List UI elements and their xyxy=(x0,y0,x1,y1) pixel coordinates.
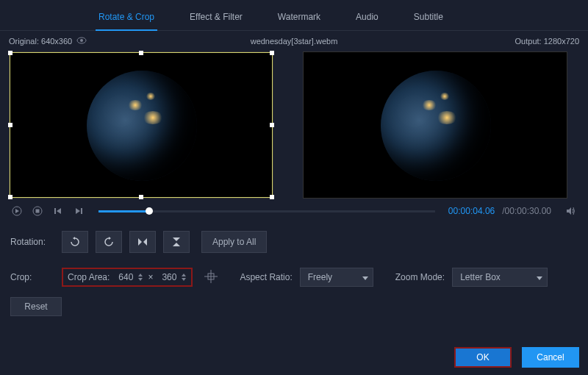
progress-bar[interactable] xyxy=(98,210,435,213)
handle-br[interactable] xyxy=(270,195,274,199)
svg-marker-11 xyxy=(73,237,75,240)
rotate-left-button[interactable] xyxy=(62,231,88,253)
tab-bar: Rotate & Crop Effect & Filter Watermark … xyxy=(0,0,588,31)
svg-marker-13 xyxy=(138,238,142,246)
tab-audio[interactable]: Audio xyxy=(353,7,381,30)
svg-marker-7 xyxy=(57,208,61,214)
svg-rect-6 xyxy=(54,208,56,214)
eye-icon[interactable] xyxy=(76,37,87,46)
crop-width-value: 640 xyxy=(114,272,137,282)
handle-bl[interactable] xyxy=(8,195,12,199)
svg-marker-18 xyxy=(138,278,143,281)
svg-marker-12 xyxy=(109,237,111,240)
rotation-section: Rotation: Apply to All xyxy=(0,224,588,260)
handle-ml[interactable] xyxy=(8,123,12,127)
chevron-down-icon xyxy=(537,272,542,282)
apply-to-all-button[interactable]: Apply to All xyxy=(201,231,267,253)
svg-marker-15 xyxy=(173,238,180,241)
crop-height-field[interactable]: 360 xyxy=(157,272,187,282)
crop-height-value: 360 xyxy=(157,272,181,282)
tab-rotate-crop[interactable]: Rotate & Crop xyxy=(96,7,157,31)
next-frame-icon[interactable] xyxy=(72,204,85,218)
svg-marker-19 xyxy=(182,274,186,276)
rotate-right-button[interactable] xyxy=(96,231,122,253)
width-down-icon[interactable] xyxy=(137,277,143,282)
cancel-button[interactable]: Cancel xyxy=(522,347,579,368)
svg-marker-8 xyxy=(76,208,80,214)
handle-tl[interactable] xyxy=(8,51,12,55)
tab-effect-filter[interactable]: Effect & Filter xyxy=(187,7,245,30)
ok-button[interactable]: OK xyxy=(454,347,512,368)
prev-frame-icon[interactable] xyxy=(51,204,65,218)
crop-label: Crop: xyxy=(10,272,54,282)
crop-section: Crop: Crop Area: 640 × 360 Aspect Ratio:… xyxy=(0,260,588,294)
time-current: 00:00:04.06 xyxy=(448,206,495,216)
handle-mr[interactable] xyxy=(270,123,274,127)
rotation-label: Rotation: xyxy=(10,237,54,247)
output-dimensions: Output: 1280x720 xyxy=(389,37,579,46)
flip-vertical-button[interactable] xyxy=(163,231,190,253)
chevron-down-icon xyxy=(362,272,368,282)
crop-area-label: Crop Area: xyxy=(68,272,110,282)
flip-horizontal-button[interactable] xyxy=(129,231,156,253)
volume-icon[interactable] xyxy=(564,204,578,218)
crop-width-field[interactable]: 640 xyxy=(114,272,143,282)
play-icon[interactable] xyxy=(10,204,24,218)
svg-marker-16 xyxy=(173,243,180,246)
progress-thumb[interactable] xyxy=(146,207,153,215)
svg-rect-5 xyxy=(36,210,40,213)
info-bar: Original: 640x360 wednesday[3star].webm … xyxy=(0,31,588,51)
tab-subtitle[interactable]: Subtitle xyxy=(411,7,446,30)
svg-point-1 xyxy=(80,39,83,42)
handle-bc[interactable] xyxy=(139,195,143,199)
preview-original[interactable] xyxy=(9,51,273,199)
times-symbol: × xyxy=(148,272,153,282)
stop-icon[interactable] xyxy=(31,204,44,218)
height-down-icon[interactable] xyxy=(181,277,187,282)
svg-marker-20 xyxy=(182,278,186,281)
preview-row xyxy=(0,51,588,199)
zoom-mode-value: Letter Box xyxy=(460,272,501,282)
handle-tc[interactable] xyxy=(139,51,143,55)
svg-marker-14 xyxy=(143,238,147,246)
svg-marker-17 xyxy=(138,274,143,276)
center-crop-icon[interactable] xyxy=(204,270,218,285)
aspect-ratio-label: Aspect Ratio: xyxy=(240,272,292,282)
aspect-ratio-value: Freely xyxy=(308,272,332,282)
handle-tr[interactable] xyxy=(270,51,274,55)
aspect-ratio-select[interactable]: Freely xyxy=(300,268,373,287)
svg-marker-24 xyxy=(362,276,368,280)
svg-marker-25 xyxy=(537,276,542,280)
preview-output xyxy=(303,51,567,199)
svg-marker-3 xyxy=(15,209,19,213)
playback-controls: 00:00:04.06/00:00:30.00 xyxy=(0,199,588,224)
time-total: /00:00:30.00 xyxy=(502,206,551,216)
zoom-mode-select[interactable]: Letter Box xyxy=(452,268,548,287)
svg-rect-9 xyxy=(81,208,82,214)
tab-watermark[interactable]: Watermark xyxy=(275,7,323,30)
zoom-mode-label: Zoom Mode: xyxy=(395,272,445,282)
crop-area-group: Crop Area: 640 × 360 xyxy=(62,268,193,287)
footer: OK Cancel xyxy=(454,347,579,368)
crop-box[interactable] xyxy=(10,52,273,198)
svg-marker-10 xyxy=(567,207,571,215)
original-dimensions: Original: 640x360 xyxy=(9,37,72,46)
reset-button[interactable]: Reset xyxy=(10,297,62,316)
filename: wednesday[3star].webm xyxy=(199,37,390,46)
